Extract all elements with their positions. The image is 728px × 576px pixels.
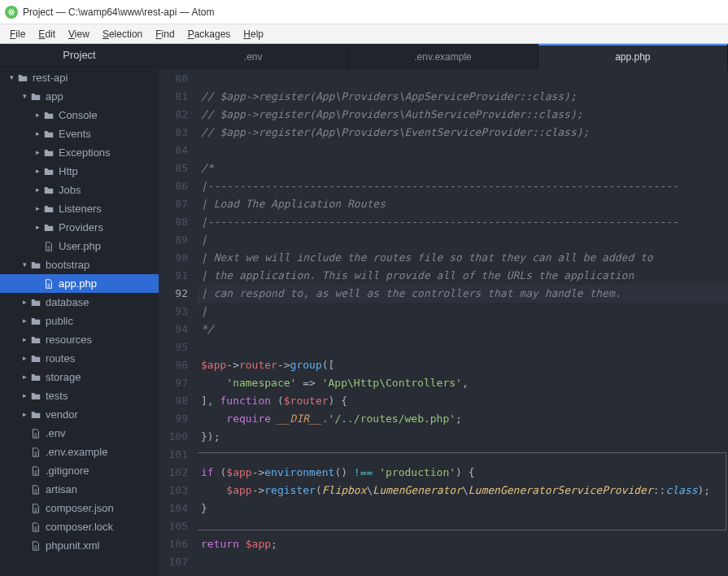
- chevron-right-icon[interactable]: ▸: [33, 162, 42, 181]
- code-line[interactable]: [198, 553, 728, 571]
- chevron-right-icon[interactable]: ▸: [33, 199, 42, 218]
- line-number: 81: [159, 88, 188, 106]
- tree-folder[interactable]: ▸Jobs: [0, 181, 159, 199]
- tree-folder[interactable]: ▸Http: [0, 162, 159, 181]
- line-number: 89: [159, 231, 188, 249]
- tree-folder[interactable]: ▾rest-api: [0, 68, 159, 87]
- code-line[interactable]: // $app->register(App\Providers\AuthServ…: [198, 106, 728, 124]
- tree-folder[interactable]: ▸Listeners: [0, 199, 159, 218]
- tree-file[interactable]: composer.lock: [0, 517, 159, 536]
- chevron-right-icon[interactable]: ▸: [33, 181, 42, 199]
- code-line[interactable]: | the application. This will provide all…: [198, 267, 728, 285]
- line-number: 80: [159, 70, 188, 88]
- code-line[interactable]: // $app->register(App\Providers\AppServi…: [198, 88, 728, 106]
- tree-folder[interactable]: ▸routes: [0, 349, 159, 368]
- chevron-right-icon[interactable]: ▸: [20, 293, 29, 312]
- folder-icon: [29, 259, 42, 272]
- tree-folder[interactable]: ▸public: [0, 312, 159, 330]
- tree-folder[interactable]: ▸vendor: [0, 405, 159, 424]
- code-line[interactable]: [198, 142, 728, 159]
- line-number: 91: [159, 267, 188, 285]
- chevron-right-icon[interactable]: ▸: [33, 218, 42, 237]
- code-line[interactable]: |---------------------------------------…: [198, 213, 728, 231]
- chevron-right-icon[interactable]: ▸: [33, 143, 42, 162]
- code-line[interactable]: }: [198, 500, 728, 517]
- tree-file[interactable]: .gitignore: [0, 461, 159, 480]
- code-line[interactable]: return $app;: [198, 535, 728, 553]
- menu-packages[interactable]: Packages: [181, 27, 238, 41]
- code-line[interactable]: ], function ($router) {: [198, 392, 728, 410]
- tab-app-php[interactable]: app.php: [538, 44, 728, 70]
- tree-file[interactable]: .env.example: [0, 443, 159, 461]
- code-line[interactable]: });: [198, 428, 728, 446]
- code-area[interactable]: 8081828384858687888990919293949596979899…: [159, 70, 728, 576]
- tree-folder[interactable]: ▸Exceptions: [0, 143, 159, 162]
- editor-pane: .env.env.exampleapp.php 8081828384858687…: [159, 44, 728, 576]
- tab--env[interactable]: .env: [159, 44, 348, 70]
- tree-label: User.php: [59, 237, 101, 255]
- code-line[interactable]: 'namespace' => 'App\Http\Controllers',: [198, 374, 728, 392]
- project-tree[interactable]: ▾rest-api▾app▸Console▸Events▸Exceptions▸…: [0, 67, 159, 576]
- code-line[interactable]: $app->router->group([: [198, 356, 728, 374]
- chevron-right-icon[interactable]: ▸: [33, 124, 42, 143]
- chevron-right-icon[interactable]: ▸: [20, 330, 29, 349]
- chevron-down-icon[interactable]: ▾: [20, 255, 29, 274]
- tree-label: database: [46, 293, 89, 312]
- tree-file[interactable]: artisan: [0, 480, 159, 499]
- chevron-right-icon[interactable]: ▸: [20, 368, 29, 386]
- tree-folder[interactable]: ▾bootstrap: [0, 255, 159, 274]
- code-line[interactable]: | Next we will include the routes file s…: [198, 249, 728, 267]
- menu-edit[interactable]: Edit: [32, 27, 62, 41]
- code-line[interactable]: |: [198, 231, 728, 249]
- code-line[interactable]: | Load The Application Routes: [198, 195, 728, 213]
- code-line[interactable]: [198, 70, 728, 88]
- tree-file[interactable]: User.php: [0, 237, 159, 255]
- tree-file[interactable]: .env: [0, 424, 159, 443]
- tree-folder[interactable]: ▸storage: [0, 368, 159, 386]
- code-line[interactable]: */: [198, 321, 728, 338]
- chevron-right-icon[interactable]: ▸: [20, 405, 29, 424]
- chevron-down-icon[interactable]: ▾: [20, 87, 29, 106]
- chevron-right-icon[interactable]: ▸: [20, 386, 29, 405]
- chevron-down-icon[interactable]: ▾: [7, 68, 16, 87]
- sidebar-title: Project: [0, 44, 159, 67]
- code-line[interactable]: |---------------------------------------…: [198, 177, 728, 195]
- file-icon: [29, 539, 42, 552]
- code-line[interactable]: [198, 446, 728, 464]
- code-line[interactable]: // $app->register(App\Providers\EventSer…: [198, 124, 728, 142]
- tree-label: phpunit.xml: [46, 536, 99, 555]
- code-line[interactable]: |: [198, 303, 728, 321]
- tree-label: app.php: [59, 274, 97, 293]
- tree-folder[interactable]: ▸Events: [0, 124, 159, 143]
- code-line[interactable]: $app->register(Flipbox\LumenGenerator\Lu…: [198, 482, 728, 500]
- tree-folder[interactable]: ▸resources: [0, 330, 159, 349]
- menu-find[interactable]: Find: [149, 27, 181, 41]
- folder-icon: [29, 371, 42, 384]
- window-titlebar: Project — C:\wamp64\www\rest-api — Atom: [0, 0, 728, 24]
- code-content[interactable]: ‹ // $app->register(App\Providers\AppSer…: [198, 70, 728, 576]
- code-line[interactable]: [198, 517, 728, 535]
- line-number: 106: [159, 535, 188, 553]
- tree-folder[interactable]: ▸Console: [0, 106, 159, 124]
- code-line[interactable]: [198, 338, 728, 356]
- tab--env-example[interactable]: .env.example: [348, 44, 538, 70]
- menu-file[interactable]: File: [3, 27, 32, 41]
- menu-selection[interactable]: Selection: [96, 27, 149, 41]
- tree-folder[interactable]: ▸database: [0, 293, 159, 312]
- chevron-right-icon[interactable]: ▸: [20, 349, 29, 368]
- folder-icon: [16, 72, 29, 85]
- tree-folder[interactable]: ▸Providers: [0, 218, 159, 237]
- tree-file[interactable]: app.php: [0, 274, 159, 293]
- chevron-right-icon[interactable]: ▸: [20, 312, 29, 330]
- tree-folder[interactable]: ▾app: [0, 87, 159, 106]
- code-line[interactable]: require __DIR__.'/../routes/web.php';: [198, 410, 728, 428]
- code-line[interactable]: /*: [198, 159, 728, 177]
- code-line[interactable]: if ($app->environment() !== 'production'…: [198, 464, 728, 482]
- tree-file[interactable]: phpunit.xml: [0, 536, 159, 555]
- chevron-right-icon[interactable]: ▸: [33, 106, 42, 124]
- tree-file[interactable]: composer.json: [0, 499, 159, 517]
- line-number: 83: [159, 124, 188, 142]
- tree-folder[interactable]: ▸tests: [0, 386, 159, 405]
- menu-view[interactable]: View: [62, 27, 96, 41]
- menu-help[interactable]: Help: [237, 27, 270, 41]
